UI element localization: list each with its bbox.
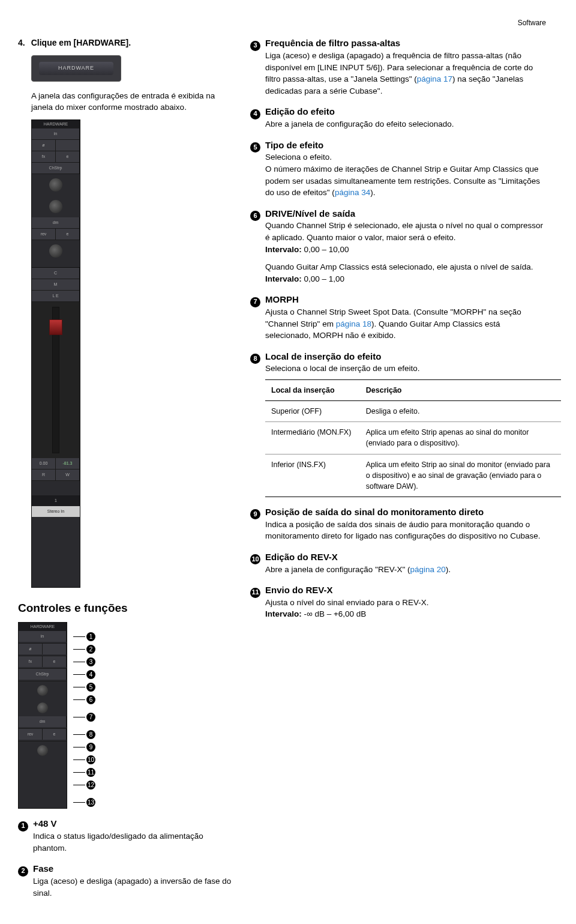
ctl-rev-e: e — [43, 729, 67, 740]
item-10-title: Edição do REV-X — [265, 551, 338, 564]
item-4-number: 4 — [250, 109, 260, 119]
item-3-body: Liga (aceso) e desliga (apagado) a frequ… — [265, 50, 546, 97]
item-3: 3 Frequência de filtro passa-altas Liga … — [250, 37, 546, 97]
item-1-number: 1 — [18, 821, 28, 832]
table-header-description: Descrição — [360, 380, 561, 401]
item-5: 5 Tipo de efeito Seleciona o efeito. O n… — [250, 139, 546, 199]
mixer-in-button: in — [32, 128, 80, 139]
table-row: Superior (OFF)Desliga o efeito. — [265, 401, 561, 422]
item-10-body: Abre a janela de configuração "REV-X" (p… — [265, 564, 546, 576]
callout-5: 5 — [86, 683, 95, 692]
page-section: Software — [18, 18, 546, 28]
item-5-number: 5 — [250, 142, 260, 152]
item-10: 10 Edição do REV-X Abre a janela de conf… — [250, 551, 546, 575]
ctl-e: e — [43, 656, 67, 667]
ctl-phase: ø — [19, 644, 43, 654]
mixer-c-button: C — [32, 268, 80, 279]
item-8-title: Local de inserção do efeito — [265, 350, 381, 363]
item-5-body: Seleciona o efeito. O número máximo de i… — [265, 151, 546, 198]
ctl-drive-knob — [37, 685, 48, 696]
ctl-fx: fx — [19, 656, 43, 667]
item-9-number: 9 — [250, 509, 260, 519]
item-9-title: Posição de saída do sinal do monitoramen… — [265, 506, 484, 519]
link-page-34[interactable]: página 34 — [335, 188, 370, 197]
ctl-morph-knob — [37, 702, 48, 713]
callout-7: 7 — [86, 713, 95, 722]
item-4: 4 Edição do efeito Abre a janela de conf… — [250, 105, 546, 130]
item-1: 1 +48 V Indica o status ligado/desligado… — [18, 817, 232, 854]
mixer-rev-e-button: e — [56, 229, 80, 240]
ctl-in: in — [19, 631, 67, 642]
step-number: 4. — [18, 37, 25, 49]
mixer-value-left: 0.00 — [32, 458, 56, 469]
mixer-phase-button: ø — [32, 140, 56, 151]
callout-10: 10 — [86, 755, 95, 764]
item-2: 2 Fase Liga (aceso) e desliga (apagado) … — [18, 862, 232, 899]
item-6-number: 6 — [250, 211, 260, 221]
item-11-body: Ajusta o nível do sinal enviado para o R… — [265, 597, 546, 620]
mixer-rev-button: rev — [32, 229, 56, 240]
hardware-button-thumbnail: HARDWARE — [31, 55, 121, 82]
link-page-20[interactable]: página 20 — [410, 565, 445, 574]
item-4-body: Abre a janela de configuração do efeito … — [265, 118, 546, 130]
mixer-r-button: R — [32, 470, 56, 480]
step-title: Clique em [HARDWARE]. — [31, 37, 131, 49]
item-9: 9 Posição de saída do sinal do monitoram… — [250, 506, 546, 542]
table-row: Inferior (INS.FX)Aplica um efeito Strip … — [265, 454, 561, 497]
callout-13: 13 — [86, 798, 95, 807]
mixer-w-button: W — [56, 470, 80, 480]
item-11-number: 11 — [250, 588, 260, 598]
link-page-17[interactable]: página 17 — [417, 74, 452, 83]
item-4-title: Edição do efeito — [265, 105, 335, 118]
item-2-body: Liga (aceso) e desliga (apagado) a inver… — [33, 875, 232, 899]
controls-heading: Controles e funções — [18, 600, 232, 617]
controls-panel-title: HARDWARE — [19, 623, 67, 631]
mixer-channel-name: Stereo In — [32, 506, 80, 517]
table-row: Intermediário (MON.FX)Aplica um efeito S… — [265, 422, 561, 454]
mixer-morph-knob — [49, 200, 62, 213]
item-2-title: Fase — [33, 862, 53, 875]
link-page-18[interactable]: página 18 — [336, 319, 371, 328]
hardware-button-label: HARDWARE — [39, 62, 113, 75]
mixer-drive-knob — [49, 178, 62, 192]
callout-4: 4 — [86, 670, 95, 679]
left-column: 4. Clique em [HARDWARE]. HARDWARE A jane… — [18, 37, 232, 899]
item-8: 8 Local de inserção do efeito Seleciona … — [250, 350, 546, 497]
callout-3: 3 — [86, 657, 95, 666]
item-7-title: MORPH — [265, 293, 299, 306]
item-11: 11 Envio do REV-X Ajusta o nível do sina… — [250, 584, 546, 620]
item-3-title: Frequência de filtro passa-altas — [265, 37, 400, 50]
callout-1: 1 — [86, 632, 95, 641]
item-3-number: 3 — [250, 41, 260, 51]
mixer-chstrp-button: ChStrp — [32, 163, 80, 174]
item-6: 6 DRIVE/Nível de saída Quando Channel St… — [250, 207, 546, 285]
item-10-number: 10 — [250, 554, 260, 564]
item-1-body: Indica o status ligado/desligado da alim… — [33, 830, 232, 854]
mixer-value-right: -81.3 — [56, 458, 80, 469]
insertion-table: Local da inserção Descrição Superior (OF… — [265, 379, 561, 497]
item-11-title: Envio do REV-X — [265, 584, 333, 597]
mixer-panel-figure: HARDWARE in ø fxe ChStrp dm reve C M L E… — [31, 119, 80, 588]
mixer-revx-knob — [49, 244, 62, 258]
callout-12: 12 — [86, 781, 95, 790]
callout-8: 8 — [86, 730, 95, 739]
item-8-number: 8 — [250, 354, 260, 364]
step-note: A janela das configurações de entrada é … — [31, 90, 232, 113]
item-7: 7 MORPH Ajusta o Channel Strip Sweet Spo… — [250, 293, 546, 341]
item-2-number: 2 — [18, 866, 28, 877]
item-7-number: 7 — [250, 297, 260, 307]
table-header-location: Local da inserção — [265, 380, 360, 401]
ctl-rev: rev — [19, 729, 43, 740]
controls-panel-figure: HARDWARE in ø fxe ChStrp dm reve — [18, 622, 67, 809]
item-7-body: Ajusta o Channel Strip Sweet Spot Data. … — [265, 306, 546, 342]
mixer-m-button: M — [32, 279, 80, 290]
item-6-title: DRIVE/Nível de saída — [265, 207, 355, 220]
ctl-dm: dm — [19, 716, 67, 727]
callout-9: 9 — [86, 743, 95, 752]
callout-2: 2 — [86, 645, 95, 654]
item-1-title: +48 V — [33, 817, 57, 830]
item-9-body: Indica a posição de saída dos sinais de … — [265, 519, 546, 542]
item-8-intro: Seleciona o local de inserção de um efei… — [265, 363, 546, 375]
mixer-panel-title: HARDWARE — [32, 120, 80, 128]
mixer-channel-number: 1 — [32, 495, 80, 506]
